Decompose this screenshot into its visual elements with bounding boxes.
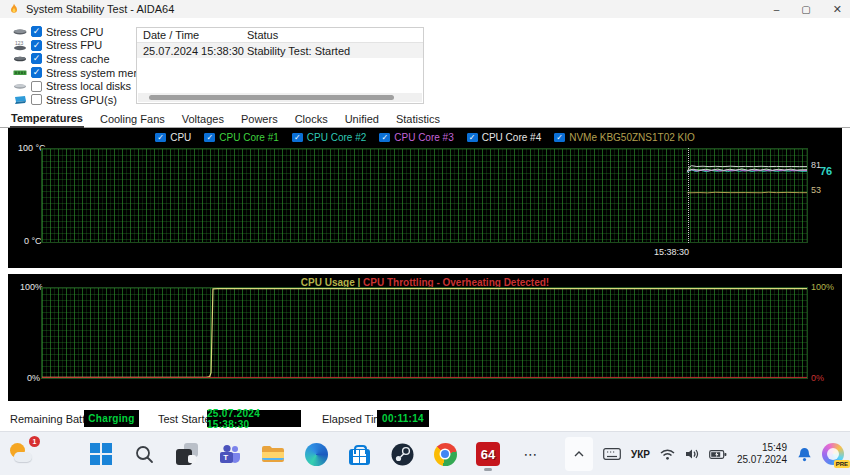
legend-item-1[interactable]: ✓CPU Core #1 — [204, 132, 278, 143]
stress-option-memory[interactable]: ✓ Stress system memory — [12, 66, 132, 80]
start-button[interactable] — [88, 437, 114, 471]
disk-icon — [12, 81, 27, 92]
temperature-legend: ✓CPU✓CPU Core #1✓CPU Core #2✓CPU Core #3… — [8, 132, 842, 143]
gpu-icon — [12, 94, 27, 105]
notification-bell-icon[interactable] — [797, 447, 812, 462]
legend-label: CPU Core #2 — [307, 132, 366, 143]
teams-button[interactable]: T — [217, 437, 243, 471]
file-explorer-button[interactable] — [260, 437, 286, 471]
task-view-button[interactable] — [174, 437, 200, 471]
battery-value: Charging — [84, 410, 139, 427]
taskbar-overflow-button[interactable]: ⋯ — [518, 437, 544, 471]
ellipsis-icon: ⋯ — [524, 446, 539, 462]
wifi-icon[interactable] — [660, 449, 675, 460]
active-app-indicator — [484, 468, 492, 471]
tab-cooling-fans[interactable]: Cooling Fans — [99, 111, 166, 127]
tab-voltages[interactable]: Voltages — [181, 111, 225, 127]
legend-checkbox[interactable]: ✓ — [204, 133, 215, 142]
usage-chart-panel: CPU Usage | CPU Throttling - Overheating… — [8, 274, 842, 401]
tab-unified[interactable]: Unified — [344, 111, 380, 127]
search-icon — [134, 444, 154, 464]
weather-widget[interactable]: 1 — [8, 438, 42, 470]
stress-disks-checkbox[interactable]: ✓ — [31, 81, 42, 92]
memory-icon — [12, 67, 27, 78]
close-button[interactable]: ✕ — [833, 3, 842, 16]
tray-date: 25.07.2024 — [737, 454, 787, 467]
stress-memory-checkbox[interactable]: ✓ — [31, 67, 42, 78]
chevron-up-icon — [573, 450, 585, 458]
temp-axis-0: 0 °C — [24, 236, 42, 246]
edge-icon — [305, 443, 328, 466]
stress-gpu-label: Stress GPU(s) — [46, 94, 117, 106]
legend-item-0[interactable]: ✓CPU — [155, 132, 191, 143]
svg-text:123: 123 — [15, 40, 24, 46]
series-cpu-usage — [42, 289, 807, 378]
tray-time: 15:49 — [737, 442, 787, 455]
tab-bar: Temperatures Cooling Fans Voltages Power… — [0, 110, 850, 128]
elapsed-time-value: 00:11:14 — [377, 410, 429, 427]
aida64-taskbar-button[interactable]: 64 — [475, 437, 501, 471]
cloud-icon — [14, 452, 32, 462]
log-horizontal-scrollbar[interactable] — [138, 93, 422, 102]
status-bar: Remaining Battery: Charging Test Started… — [0, 407, 850, 431]
cpu-icon — [12, 26, 27, 37]
tab-temperatures[interactable]: Temperatures — [10, 110, 84, 128]
task-view-icon — [176, 443, 198, 465]
stress-option-disks[interactable]: ✓ Stress local disks — [12, 79, 132, 93]
stress-option-cache[interactable]: ✓ Stress cache — [12, 52, 132, 66]
stress-cpu-checkbox[interactable]: ✓ — [31, 26, 42, 37]
tab-powers[interactable]: Powers — [240, 111, 279, 127]
tray-expand-button[interactable] — [565, 437, 593, 471]
legend-checkbox[interactable]: ✓ — [379, 133, 390, 142]
legend-item-5[interactable]: ✓NVMe KBG50ZNS1T02 KIO — [554, 132, 695, 143]
usage-axis-left-0: 0% — [27, 373, 40, 383]
legend-label: NVMe KBG50ZNS1T02 KIO — [569, 132, 695, 143]
search-button[interactable] — [131, 437, 157, 471]
stress-option-cpu[interactable]: ✓ Stress CPU — [12, 25, 132, 39]
stress-cache-label: Stress cache — [46, 53, 110, 65]
legend-label: CPU Core #3 — [394, 132, 453, 143]
minimize-button[interactable]: – — [774, 4, 780, 15]
folder-icon — [261, 444, 285, 464]
temperature-chart-panel: ✓CPU✓CPU Core #1✓CPU Core #2✓CPU Core #3… — [8, 128, 842, 268]
temp-value-nvme: 53 — [811, 185, 821, 195]
legend-checkbox[interactable]: ✓ — [292, 133, 303, 142]
tab-statistics[interactable]: Statistics — [395, 111, 441, 127]
stress-option-fpu[interactable]: 123 ✓ Stress FPU — [12, 39, 132, 53]
legend-checkbox[interactable]: ✓ — [155, 133, 166, 142]
steam-button[interactable] — [389, 437, 415, 471]
log-row[interactable]: 25.07.2024 15:38:30 Stability Test: Star… — [137, 43, 423, 58]
stress-option-gpu[interactable]: ✓ Stress GPU(s) — [12, 93, 132, 107]
language-indicator[interactable]: УКР — [631, 449, 650, 460]
store-icon — [349, 449, 370, 465]
cache-icon — [12, 53, 27, 64]
volume-icon[interactable] — [685, 448, 699, 460]
legend-item-3[interactable]: ✓CPU Core #3 — [379, 132, 453, 143]
stress-disks-label: Stress local disks — [46, 80, 131, 92]
battery-charging-icon[interactable] — [709, 449, 727, 460]
flame-icon — [8, 3, 20, 15]
log-scrollbar-thumb[interactable] — [149, 95, 393, 100]
maximize-button[interactable]: ▢ — [801, 4, 810, 15]
stress-fpu-checkbox[interactable]: ✓ — [31, 40, 42, 51]
tab-clocks[interactable]: Clocks — [294, 111, 329, 127]
test-start-marker-line — [688, 148, 689, 243]
chrome-button[interactable] — [432, 437, 458, 471]
legend-item-4[interactable]: ✓CPU Core #4 — [467, 132, 541, 143]
tray-clock[interactable]: 15:49 25.07.2024 — [737, 442, 787, 467]
notification-badge: 1 — [29, 436, 40, 447]
legend-label: CPU — [170, 132, 191, 143]
legend-checkbox[interactable]: ✓ — [554, 133, 565, 142]
legend-item-2[interactable]: ✓CPU Core #2 — [292, 132, 366, 143]
touch-keyboard-icon[interactable] — [603, 448, 621, 460]
windows-logo-icon — [90, 443, 112, 465]
copilot-button[interactable]: PRE — [822, 443, 844, 465]
legend-checkbox[interactable]: ✓ — [467, 133, 478, 142]
stress-gpu-checkbox[interactable]: ✓ — [31, 94, 42, 105]
steam-icon — [391, 443, 414, 466]
edge-button[interactable] — [303, 437, 329, 471]
store-button[interactable] — [346, 437, 372, 471]
usage-plot — [41, 287, 808, 379]
usage-axis-right-0: 0% — [811, 373, 824, 383]
stress-cache-checkbox[interactable]: ✓ — [31, 53, 42, 64]
